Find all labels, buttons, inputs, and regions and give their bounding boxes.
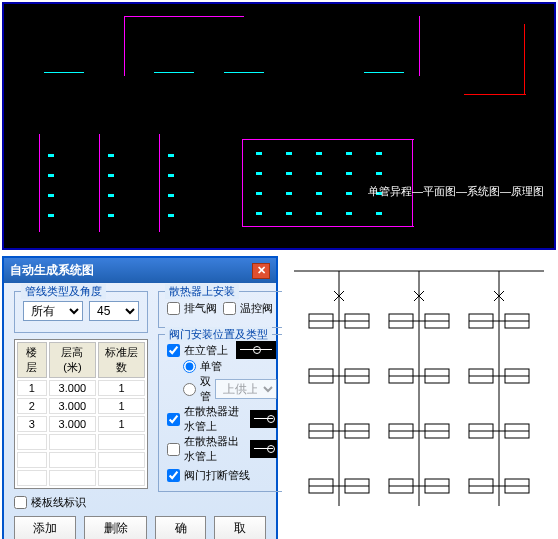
cad-line — [44, 72, 84, 73]
cad-node — [376, 212, 382, 215]
cad-node — [256, 152, 262, 155]
col-floor: 楼层 — [17, 342, 47, 378]
valve-preview-icon — [250, 410, 277, 428]
cad-node — [108, 154, 114, 157]
cad-line — [464, 94, 526, 95]
cad-annotation: 单管异程—平面图—系统图—原理图 — [368, 184, 544, 199]
double-pipe-radio[interactable]: 双管 上供上回 — [183, 374, 277, 404]
cad-node — [286, 192, 292, 195]
cad-node — [168, 154, 174, 157]
radiator-install-group: 散热器上安装 排气阀 温控阀 — [158, 291, 286, 328]
cad-node — [286, 152, 292, 155]
on-riser-checkbox[interactable]: 在立管上 — [167, 341, 277, 359]
system-diagram-dialog: 自动生成系统图 ✕ 管线类型及角度 所有 45 — [2, 256, 278, 539]
cad-node — [108, 214, 114, 217]
cad-node — [168, 214, 174, 217]
cad-line — [224, 72, 264, 73]
cad-node — [346, 152, 352, 155]
floor-marker-checkbox[interactable]: 楼板线标识 — [14, 495, 148, 510]
cad-line — [124, 16, 125, 76]
cad-node — [256, 212, 262, 215]
ok-button[interactable]: 确定 — [155, 516, 207, 539]
group-legend: 散热器上安装 — [165, 284, 239, 299]
cad-node — [316, 152, 322, 155]
cad-node — [108, 194, 114, 197]
floor-table[interactable]: 楼层 层高(米) 标准层数 13.0001 23.0001 33.0001 — [14, 339, 148, 489]
cad-node — [376, 172, 382, 175]
cad-node — [376, 152, 382, 155]
cad-node — [256, 192, 262, 195]
valve-preview-icon — [236, 341, 276, 359]
cad-node — [316, 192, 322, 195]
single-pipe-radio[interactable]: 单管 — [183, 359, 277, 374]
cad-line — [39, 134, 40, 232]
cad-node — [316, 212, 322, 215]
cad-node — [48, 154, 54, 157]
cad-node — [316, 172, 322, 175]
dialog-titlebar[interactable]: 自动生成系统图 ✕ — [4, 258, 276, 283]
valve-preview-icon — [250, 440, 277, 458]
cad-line — [242, 139, 414, 140]
cad-node — [168, 194, 174, 197]
group-legend: 阀门安装位置及类型 — [165, 327, 272, 342]
cad-node — [48, 194, 54, 197]
cad-node — [256, 172, 262, 175]
col-std: 标准层数 — [98, 342, 145, 378]
supply-return-select: 上供上回 — [215, 379, 277, 399]
cad-node — [346, 192, 352, 195]
col-height: 层高(米) — [49, 342, 97, 378]
cad-line — [99, 134, 100, 232]
on-outlet-checkbox[interactable]: 在散热器出水管上 — [167, 434, 277, 464]
cad-line — [242, 226, 414, 227]
cad-node — [346, 172, 352, 175]
table-row[interactable]: 13.0001 — [17, 380, 145, 396]
break-riser-checkbox[interactable]: 阀门打断管线 — [167, 468, 277, 483]
cad-viewport[interactable]: 单管异程—平面图—系统图—原理图 — [2, 2, 556, 250]
pipe-type-select[interactable]: 所有 — [23, 301, 83, 321]
table-row[interactable] — [17, 452, 145, 468]
cad-node — [286, 172, 292, 175]
delete-floor-button[interactable]: 删除层 — [84, 516, 146, 539]
table-row[interactable]: 33.0001 — [17, 416, 145, 432]
valve-position-group: 阀门安装位置及类型 在立管上 单管 双管 上供上回 在散热器进水管上 在散热器出… — [158, 334, 286, 492]
cad-node — [286, 212, 292, 215]
cad-node — [48, 174, 54, 177]
floor-marker-input[interactable] — [14, 496, 27, 509]
cad-node — [108, 174, 114, 177]
cad-line — [524, 24, 525, 94]
cad-line — [419, 16, 420, 76]
table-row[interactable] — [17, 434, 145, 450]
cad-line — [412, 139, 413, 227]
dialog-title: 自动生成系统图 — [10, 262, 94, 279]
cad-line — [242, 139, 243, 227]
cad-line — [154, 72, 194, 73]
on-inlet-checkbox[interactable]: 在散热器进水管上 — [167, 404, 277, 434]
pipe-type-group: 管线类型及角度 所有 45 — [14, 291, 148, 333]
vent-valve-checkbox[interactable]: 排气阀 — [167, 301, 217, 316]
cad-node — [168, 174, 174, 177]
cad-line — [159, 134, 160, 232]
group-legend: 管线类型及角度 — [21, 284, 106, 299]
table-row[interactable]: 23.0001 — [17, 398, 145, 414]
system-schematic — [282, 256, 556, 539]
add-floor-button[interactable]: 添加层 — [14, 516, 76, 539]
thermo-valve-checkbox[interactable]: 温控阀 — [223, 301, 273, 316]
close-button[interactable]: ✕ — [252, 263, 270, 279]
cad-node — [48, 214, 54, 217]
close-icon: ✕ — [257, 264, 266, 277]
cad-line — [364, 72, 404, 73]
angle-select[interactable]: 45 — [89, 301, 139, 321]
cad-line — [124, 16, 244, 17]
cancel-button[interactable]: 取消 — [214, 516, 266, 539]
table-row[interactable] — [17, 470, 145, 486]
cad-node — [346, 212, 352, 215]
